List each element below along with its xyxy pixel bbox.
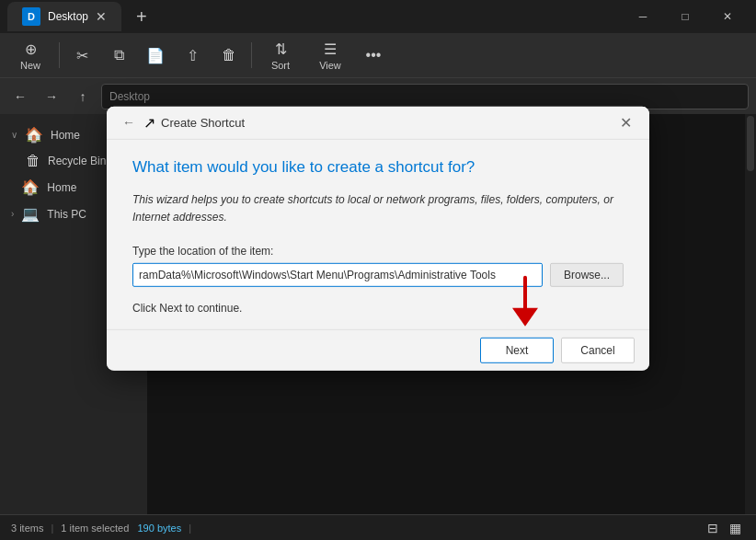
home-2-icon: 🏠 [21,178,40,196]
sort-label: Sort [271,60,290,71]
up-button[interactable]: ↑ [70,84,96,109]
cancel-button[interactable]: Cancel [561,338,635,363]
dialog-body: What item would you like to create a sho… [107,139,649,328]
status-bar: 3 items | 1 item selected 190 bytes | ⊟ … [0,514,756,540]
new-label: New [20,60,40,71]
list-view-btn[interactable]: ▦ [725,518,745,538]
sort-button[interactable]: ⇅ Sort [258,37,304,74]
browse-button[interactable]: Browse... [550,263,624,287]
items-count: 3 items [11,523,43,534]
status-icons: ⊟ ▦ [703,518,745,538]
view-button[interactable]: ☰ View [307,37,353,74]
sidebar-item-label: Home [47,181,76,194]
home-icon: 🏠 [25,126,43,144]
new-button[interactable]: ⊕ New [7,37,53,74]
this-pc-icon: 💻 [21,205,40,223]
up-icon: ↑ [80,89,86,104]
more-icon: ••• [366,47,382,63]
view-label: View [319,60,341,71]
active-tab[interactable]: D Desktop ✕ [7,2,121,31]
recycle-bin-icon: 🗑 [26,153,40,169]
dialog-continue-text: Click Next to continue. [132,302,624,315]
sort-icon: ⇅ [275,40,287,58]
title-bar: D Desktop ✕ + ─ □ ✕ [0,0,756,33]
delete-icon: 🗑 [222,47,236,63]
back-icon: ← [14,89,27,104]
sidebar-item-label: This PC [47,208,86,221]
create-shortcut-dialog: ← ↗ Create Shortcut ✕ What item would yo… [107,106,649,370]
dialog-close-button[interactable]: ✕ [613,109,638,135]
window-controls: ─ □ ✕ [622,0,749,33]
maximize-btn[interactable]: □ [664,0,706,33]
sidebar-item-label: Recycle Bin [48,155,106,167]
forward-button[interactable]: → [39,84,64,109]
tab-title: Desktop [48,10,88,23]
address-bar[interactable]: Desktop [101,84,749,109]
minimize-btn[interactable]: ─ [622,0,664,33]
copy-icon: ⧉ [114,47,124,63]
thumbnail-view-btn[interactable]: ⊟ [703,518,723,538]
dialog-footer: Next Cancel [107,329,649,371]
shortcut-icon: ↗ [143,113,155,131]
dialog-heading: What item would you like to create a sho… [132,157,624,176]
dialog-back-button[interactable]: ← [118,111,140,133]
tab-close-btn[interactable]: ✕ [96,9,107,24]
paste-icon: 📄 [146,47,165,64]
dialog-input-row: Browse... [132,263,624,287]
cut-icon: ✂ [76,47,88,64]
dialog-location-label: Type the location of the item: [132,245,624,258]
new-tab-btn[interactable]: + [129,6,155,28]
share-button[interactable]: ⇧ [176,39,209,72]
more-button[interactable]: ••• [357,39,390,72]
sidebar-item-label: Home [51,129,80,142]
file-size: 190 bytes [137,523,181,534]
share-icon: ⇧ [187,47,199,64]
delete-button[interactable]: 🗑 [212,39,246,72]
view-icon: ☰ [324,40,337,58]
toolbar-separator-2 [251,42,252,68]
close-btn[interactable]: ✕ [706,0,749,33]
back-button[interactable]: ← [7,84,33,109]
new-icon: ⊕ [25,40,37,58]
dialog-back-icon: ← [122,115,135,130]
dialog-close-icon: ✕ [620,113,632,131]
chevron-icon-3: › [11,209,14,219]
next-button[interactable]: Next [480,338,554,363]
status-separator-1: | [51,523,53,534]
dialog-description: This wizard helps you to create shortcut… [132,190,624,225]
address-text: Desktop [109,90,150,103]
cut-button[interactable]: ✂ [65,39,98,72]
paste-button[interactable]: 📄 [139,39,172,72]
dialog-title: Create Shortcut [161,115,245,129]
copy-button[interactable]: ⧉ [102,39,135,72]
dialog-titlebar: ← ↗ Create Shortcut ✕ [107,106,649,139]
location-input[interactable] [132,263,543,287]
tab-icon: D [22,7,40,26]
toolbar-separator-1 [59,42,60,68]
chevron-icon: ∨ [11,130,17,140]
selected-text: 1 item selected 190 bytes [61,523,181,534]
forward-icon: → [45,89,58,104]
toolbar: ⊕ New ✂ ⧉ 📄 ⇧ 🗑 ⇅ Sort ☰ View ••• [0,33,756,77]
status-separator-2: | [189,523,191,534]
